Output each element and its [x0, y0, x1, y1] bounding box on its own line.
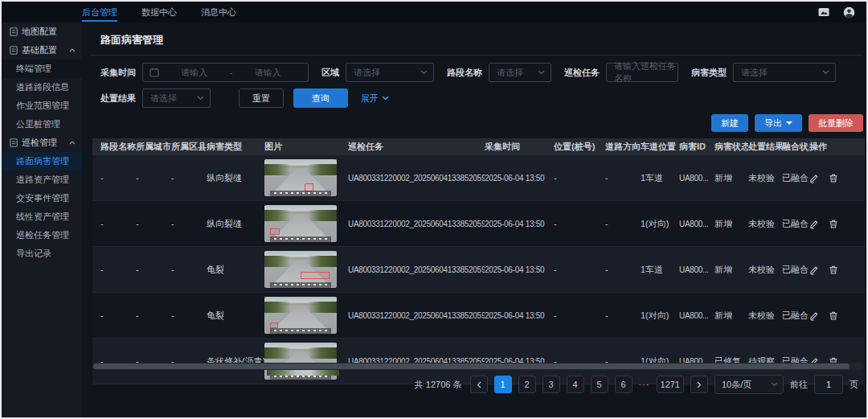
delete-icon[interactable]: [829, 219, 838, 229]
photo-caption-overlay: [270, 191, 331, 196]
collect-time-range-input[interactable]: 请输入 - 请输入: [142, 63, 309, 82]
region-select[interactable]: 请选择: [346, 63, 434, 82]
cell-image: [264, 251, 348, 288]
sidebar-item-label: 地图配置: [22, 26, 57, 38]
data-table: 路段名称 所属城市 所属区县 病害类型 图片 巡检任务 采集时间 位置(桩号) …: [92, 138, 865, 392]
road-photo-thumbnail[interactable]: [264, 251, 337, 288]
query-button[interactable]: 查询: [293, 88, 348, 108]
edit-icon[interactable]: [809, 219, 819, 229]
sidebar-item[interactable]: 线性资产管理: [2, 207, 82, 226]
cell-city: -: [136, 173, 171, 183]
page-button[interactable]: 3: [542, 376, 560, 393]
page-button[interactable]: 2: [518, 376, 536, 393]
prev-page-button[interactable]: [470, 376, 488, 393]
sidebar-item[interactable]: 地图配置: [2, 23, 82, 41]
next-page-button[interactable]: [690, 376, 708, 393]
task-input[interactable]: 请输入巡检任务名称: [606, 63, 678, 82]
document-icon: [10, 138, 18, 147]
sidebar-item-label: 线性资产管理: [16, 211, 69, 223]
cell-disease-id: UA800...: [679, 311, 714, 320]
page-button[interactable]: 1: [494, 376, 512, 393]
cell-operations: [809, 310, 845, 321]
delete-icon[interactable]: [829, 265, 838, 275]
sidebar-item[interactable]: 路面病害管理: [2, 152, 82, 170]
table-actions: 新建 导出 批量删除: [82, 114, 863, 132]
screen-icon[interactable]: [817, 6, 830, 18]
start-date-placeholder[interactable]: 请输入: [161, 67, 228, 79]
table-header: 路段名称 所属城市 所属区县 病害类型 图片 巡检任务 采集时间 位置(桩号) …: [92, 138, 865, 155]
sidebar-item[interactable]: 巡检管理: [2, 134, 82, 152]
user-avatar-icon[interactable]: [843, 6, 855, 18]
road-name-label: 路段名称: [447, 67, 482, 79]
sidebar-item[interactable]: 交安事件管理: [2, 189, 82, 207]
column-header: 所属区县: [171, 141, 207, 153]
sidebar-item[interactable]: 基础配置: [2, 41, 82, 60]
sidebar-item-label: 导出记录: [16, 248, 51, 260]
top-nav-tab[interactable]: 数据中心: [141, 2, 177, 23]
sidebar-item[interactable]: 终端管理: [2, 60, 82, 78]
more-pages-ellipsis[interactable]: ···: [639, 380, 650, 389]
top-nav-tab[interactable]: 消息中心: [201, 2, 236, 23]
sidebar-item-label: 公里桩管理: [16, 118, 60, 130]
date-range-separator: -: [228, 68, 235, 77]
disease-type-select[interactable]: 请选择: [733, 63, 836, 82]
table-row[interactable]: - - - 龟裂 UA800331220002_2025060413385205…: [92, 247, 865, 293]
goto-page-input[interactable]: [814, 375, 843, 394]
sidebar-item-label: 交安事件管理: [16, 192, 69, 204]
page-button[interactable]: 5: [591, 376, 608, 393]
chevron-down-icon: [538, 70, 545, 75]
delete-icon[interactable]: [829, 310, 838, 321]
cell-stake: -: [554, 173, 605, 183]
road-name-select[interactable]: 请选择: [489, 63, 551, 82]
task-label: 巡检任务: [564, 67, 600, 79]
sidebar-item[interactable]: 道路路段信息: [2, 78, 82, 97]
end-date-placeholder[interactable]: 请输入: [234, 67, 301, 79]
cell-fusion: 已融合: [782, 172, 809, 184]
table-row[interactable]: - - - 龟裂 UA800331220002_2025060413385205…: [92, 293, 865, 339]
sidebar-item[interactable]: 道路资产管理: [2, 170, 82, 189]
expand-link[interactable]: 展开: [361, 92, 389, 105]
page-button[interactable]: 6: [615, 376, 633, 393]
caret-down-icon: [786, 121, 792, 125]
export-button[interactable]: 导出: [755, 114, 802, 132]
page-size-select[interactable]: 10条/页: [714, 375, 784, 394]
photo-caption-overlay: [270, 328, 331, 334]
road-photo-thumbnail[interactable]: [264, 159, 337, 196]
document-icon: [10, 27, 18, 36]
delete-icon[interactable]: [829, 173, 838, 183]
column-header: 路段名称: [100, 141, 136, 153]
column-header: 位置(桩号): [554, 141, 605, 153]
sidebar-item[interactable]: 导出记录: [2, 244, 82, 263]
reset-button[interactable]: 重置: [239, 88, 284, 108]
sidebar-item[interactable]: 巡检任务管理: [2, 226, 82, 244]
sidebar-item[interactable]: 作业范围管理: [2, 97, 82, 115]
cell-status: 新增: [714, 310, 748, 322]
sidebar-item[interactable]: 公里桩管理: [2, 115, 82, 134]
pagination: 共 12706 条 1 2 3 4 5 6 ··· 12: [415, 375, 858, 394]
result-select[interactable]: 请选择: [142, 88, 211, 108]
cell-lane: 1(对向): [641, 218, 679, 230]
edit-icon[interactable]: [809, 310, 819, 321]
create-button[interactable]: 新建: [711, 114, 748, 132]
road-photo-thumbnail[interactable]: [264, 297, 337, 334]
column-header: 采集时间: [485, 141, 554, 153]
chevron-down-icon: [420, 70, 428, 75]
page-button[interactable]: 4: [567, 376, 584, 393]
cell-fusion: 已融合: [782, 310, 809, 322]
cell-collect-time: 2025-06-04 13:50: [485, 311, 554, 320]
chevron-down-icon: [382, 96, 389, 101]
scrollbar-thumb[interactable]: [93, 364, 850, 369]
top-nav-tab[interactable]: 后台管理: [82, 2, 117, 23]
horizontal-scrollbar[interactable]: [92, 363, 864, 370]
batch-delete-button[interactable]: 批量删除: [809, 114, 863, 132]
last-page-button[interactable]: 1271: [657, 376, 684, 393]
table-row[interactable]: - - - 纵向裂缝 UA800331220002_20250604133852…: [92, 155, 865, 201]
edit-icon[interactable]: [809, 265, 819, 275]
filter-row-2: 处置结果 请选择 重置 查询 展开: [100, 88, 866, 108]
edit-icon[interactable]: [809, 173, 819, 183]
collect-time-label: 采集时间: [100, 67, 136, 79]
cell-stake: -: [554, 310, 605, 320]
table-row[interactable]: - - - 纵向裂缝 UA800331220002_20250604133852…: [92, 201, 865, 247]
main-content: 路面病害管理 采集时间 请输入 - 请输入 区域 请选择 路段名称 请选择: [82, 23, 866, 417]
road-photo-thumbnail[interactable]: [264, 205, 337, 242]
